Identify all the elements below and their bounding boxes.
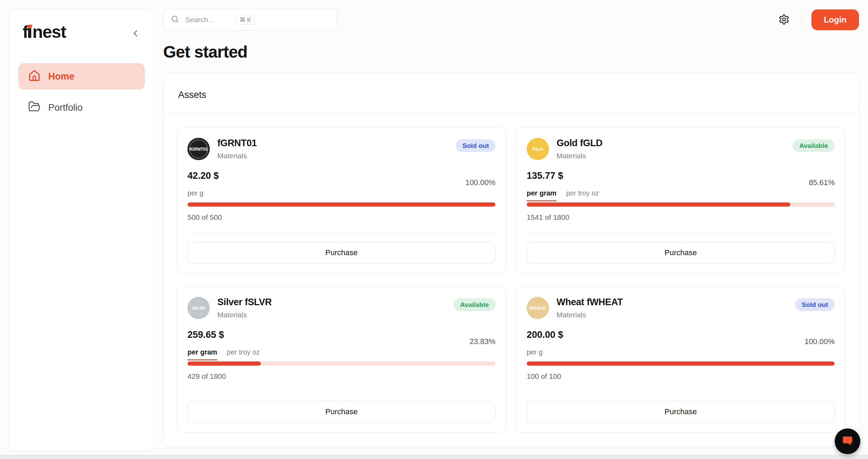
purchase-button[interactable]: Purchase: [187, 401, 495, 423]
search-box[interactable]: ⌘ K: [163, 9, 337, 31]
purchase-button[interactable]: Purchase: [527, 401, 835, 423]
price-row: 259.65 $ 23.83%: [187, 329, 495, 346]
sidebar-item-label: Portfolio: [48, 102, 83, 113]
card-header: fGRNT01 fGRNT01 Materials Sold out: [187, 138, 495, 160]
status-badge: Available: [453, 298, 495, 311]
unit-label: per g: [527, 348, 543, 356]
purchase-button[interactable]: Purchase: [527, 242, 835, 264]
status-badge: Available: [793, 139, 835, 152]
search-icon: [170, 15, 180, 25]
supply-count: 1541 of 1800: [527, 213, 835, 222]
progress-bar: [187, 202, 495, 207]
folder-icon: [28, 100, 41, 115]
asset-card-fslvr: fSLVR Silver fSLVR Materials Available 2…: [177, 286, 506, 433]
settings-button[interactable]: [776, 12, 792, 28]
tab-per-troy-oz[interactable]: per troy oz: [227, 348, 260, 359]
sold-percent: 100.00%: [804, 337, 835, 346]
topbar-right: Login: [776, 9, 859, 30]
chat-widget-button[interactable]: [835, 428, 860, 454]
asset-name: Silver fSLVR: [217, 297, 272, 308]
card-divider: [187, 392, 495, 392]
tab-per-troy-oz[interactable]: per troy oz: [566, 189, 599, 200]
status-badge: Sold out: [795, 298, 835, 311]
search-input[interactable]: [185, 16, 230, 24]
tab-per-gram[interactable]: per gram: [187, 348, 217, 360]
tab-per-gram[interactable]: per gram: [527, 189, 557, 201]
logo-row: fnest: [18, 21, 145, 41]
unit-tabs: per gram per troy oz: [527, 189, 835, 202]
horizontal-scrollbar[interactable]: [0, 455, 868, 459]
login-button[interactable]: Login: [811, 9, 859, 30]
progress-bar: [527, 361, 835, 366]
unit-label: per g: [187, 189, 203, 197]
supply-count: 500 of 500: [187, 213, 495, 222]
sidebar: fnest Home Portfolio: [9, 9, 154, 451]
chevron-left-icon: [130, 34, 141, 40]
card-header: fWHEAT Wheat fWHEAT Materials Sold out: [527, 297, 835, 319]
price-row: 135.77 $ 85.61%: [527, 170, 835, 187]
main-content: ⌘ K Login Get started Assets fGRNT01 fGR…: [163, 9, 859, 447]
logo-letter-i: [28, 25, 32, 38]
asset-name: Gold fGLD: [557, 138, 602, 149]
unit-row: per g: [527, 348, 835, 361]
card-header: fGLD Gold fGLD Materials Available: [527, 138, 835, 160]
status-badge: Sold out: [456, 139, 495, 152]
unit-row: per g: [187, 189, 495, 202]
home-icon: [28, 69, 41, 84]
asset-category: Materials: [217, 152, 257, 160]
asset-name: Wheat fWHEAT: [557, 297, 623, 308]
sold-percent: 100.00%: [465, 178, 495, 187]
sold-percent: 85.61%: [809, 178, 835, 187]
purchase-button[interactable]: Purchase: [187, 242, 495, 264]
supply-count: 100 of 100: [527, 372, 835, 381]
asset-avatar: fWHEAT: [527, 297, 549, 319]
progress-bar: [527, 202, 835, 207]
asset-price: 135.77 $: [527, 170, 563, 181]
asset-titles: Wheat fWHEAT Materials: [557, 297, 623, 319]
avatar-label: fWHEAT: [529, 306, 546, 311]
price-row: 200.00 $ 100.00%: [527, 329, 835, 346]
topbar: ⌘ K Login: [163, 9, 859, 31]
progress-bar: [187, 361, 495, 366]
sidebar-collapse-button[interactable]: [129, 27, 142, 41]
sidebar-item-label: Home: [48, 71, 74, 82]
sidebar-item-portfolio[interactable]: Portfolio: [18, 94, 145, 121]
topbar-divider: [801, 12, 802, 28]
asset-category: Materials: [557, 311, 623, 319]
asset-category: Materials: [557, 152, 602, 160]
card-divider: [527, 392, 835, 392]
supply-count: 429 of 1800: [187, 372, 495, 381]
asset-titles: Silver fSLVR Materials: [217, 297, 272, 319]
card-divider: [527, 233, 835, 233]
asset-titles: Gold fGLD Materials: [557, 138, 602, 160]
sidebar-nav: Home Portfolio: [18, 63, 145, 121]
asset-price: 200.00 $: [527, 329, 563, 340]
logo[interactable]: fnest: [23, 23, 66, 41]
asset-card-fwheat: fWHEAT Wheat fWHEAT Materials Sold out 2…: [516, 286, 845, 433]
asset-card-fgrnt01: fGRNT01 fGRNT01 Materials Sold out 42.20…: [177, 127, 506, 274]
asset-avatar: fSLVR: [187, 297, 210, 319]
logo-part-post: nest: [32, 22, 66, 42]
page-title: Get started: [163, 42, 859, 61]
asset-avatar: fGRNT01: [187, 138, 210, 160]
asset-avatar: fGLD: [527, 138, 549, 160]
progress-fill: [527, 361, 835, 366]
asset-card-fgld: fGLD Gold fGLD Materials Available 135.7…: [516, 127, 845, 274]
asset-price: 259.65 $: [187, 329, 224, 340]
search-shortcut-badge: ⌘ K: [236, 15, 255, 25]
gear-icon: [778, 14, 790, 26]
asset-name: fGRNT01: [217, 138, 257, 149]
sidebar-item-home[interactable]: Home: [18, 63, 145, 90]
chat-bubble-icon: [841, 435, 854, 448]
progress-fill: [187, 361, 261, 366]
asset-category: Materials: [217, 311, 272, 319]
asset-titles: fGRNT01 Materials: [217, 138, 257, 160]
logo-part-pre: f: [23, 22, 28, 42]
progress-fill: [527, 202, 790, 207]
assets-panel: Assets fGRNT01 fGRNT01 Materials Sold ou…: [163, 73, 859, 447]
unit-tabs: per gram per troy oz: [187, 348, 495, 361]
price-row: 42.20 $ 100.00%: [187, 170, 495, 187]
card-header: fSLVR Silver fSLVR Materials Available: [187, 297, 495, 319]
avatar-label: fGLD: [533, 147, 543, 152]
asset-cards-grid: fGRNT01 fGRNT01 Materials Sold out 42.20…: [164, 113, 859, 447]
